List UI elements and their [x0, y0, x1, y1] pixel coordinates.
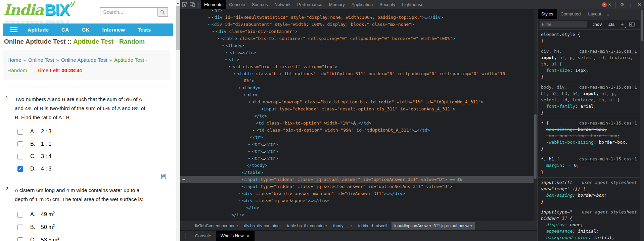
tree-node[interactable]: </tr>	[180, 134, 534, 141]
nav-item-interview[interactable]: Interview	[102, 27, 125, 33]
tree-node[interactable]: </td>	[180, 204, 534, 211]
css-declaration[interactable]: margin: ▸ 0;	[541, 162, 637, 169]
tree-node[interactable]: ▾<tbody>	[180, 84, 534, 91]
breadcrumb-overflow[interactable]: …	[183, 224, 188, 228]
devtools-tab-memory[interactable]: Memory	[326, 0, 348, 9]
tree-node[interactable]: ▾<tbody>	[180, 42, 534, 49]
expand-arrow-closed[interactable]: ▸	[252, 127, 256, 134]
tree-node[interactable]: <td class="bix-td-option" width="1%">A.<…	[180, 119, 534, 127]
nav-item-ca[interactable]: CA	[61, 27, 69, 33]
expand-arrow-closed[interactable]: ▸	[247, 155, 251, 162]
css-declaration[interactable]: background-color: initial;	[541, 234, 637, 241]
css-rule[interactable]: css-res-min-1-15.css:1* {box-sizing: bor…	[538, 118, 640, 154]
option-checkbox[interactable]	[17, 141, 23, 147]
css-declaration[interactable]: -moz-box-sizing: border-box;	[541, 133, 637, 139]
expand-arrow-closed[interactable]: ▸	[207, 14, 211, 21]
breadcrumb-overflow[interactable]: …	[479, 224, 484, 228]
tree-node[interactable]: ▾<tr>	[180, 91, 534, 98]
expand-arrow-closed[interactable]: ▸	[237, 197, 241, 204]
toggle-class-button[interactable]: .cls	[607, 22, 614, 27]
tree-node[interactable]: </tr>	[180, 211, 534, 218]
css-declaration[interactable]: font-family: arial;	[541, 103, 637, 109]
option-checkbox[interactable]	[17, 154, 23, 159]
expand-arrow-closed[interactable]: ▸	[247, 148, 251, 155]
inspect-element-icon[interactable]	[180, 1, 188, 8]
expand-arrow-open[interactable]: ▾	[221, 42, 225, 49]
page-scrollbar[interactable]: ▲	[176, 0, 180, 241]
nav-item-tests[interactable]: Tests	[138, 27, 151, 33]
expand-arrow-open[interactable]: ▾	[242, 91, 246, 98]
expand-arrow-open[interactable]: ▾	[247, 98, 251, 105]
tree-node[interactable]: <hr>	[180, 9, 534, 14]
nav-item-gk[interactable]: GK	[82, 27, 89, 33]
drawer-tab[interactable]: Console	[190, 231, 216, 241]
tree-node[interactable]: ▾<div id="divTabContent" style="width: 1…	[180, 21, 534, 28]
breadcrumb-link[interactable]: Online Test	[28, 57, 54, 63]
elements-scrollbar-thumb[interactable]	[534, 114, 537, 179]
node-menu-icon[interactable]: ⋯	[182, 176, 185, 183]
devtools-tab-console[interactable]: Console	[226, 0, 248, 9]
device-toolbar-icon[interactable]	[188, 1, 196, 8]
stylesheet-link[interactable]: css-res-min-1-15.css:1	[579, 120, 637, 126]
css-rule[interactable]: css-res-min-1-15.css:1*, h1 {margin: ▸ 0…	[538, 154, 640, 178]
pane-layout-icon[interactable]	[629, 22, 635, 27]
css-declaration[interactable]: box-sizing: border-box;	[541, 192, 637, 198]
option-checkbox-checked[interactable]	[17, 166, 23, 172]
tree-node[interactable]: ▾<tr>	[180, 56, 534, 63]
stylesheet-link[interactable]: css-res-min-1-15.css:1	[579, 156, 637, 162]
expand-arrow-open[interactable]: ▾	[207, 21, 211, 28]
css-rule[interactable]: css-res-min-1-15.css:1body, div,h1, h2, …	[538, 82, 640, 118]
dom-crumb[interactable]: table.bix-tbl-container	[287, 224, 327, 228]
tree-node[interactable]: ▾<div class="bix-div-container">	[180, 28, 534, 35]
expand-arrow-open[interactable]: ▾	[224, 56, 228, 63]
drawer-tab[interactable]: What's New✕	[216, 231, 255, 241]
dom-crumb[interactable]: input#optionAnswer_311.jq-actual-answer	[392, 222, 475, 230]
styles-filter-input[interactable]	[540, 21, 587, 28]
css-declaration[interactable]: display: none;	[541, 222, 637, 228]
devtools-tab-security[interactable]: Security	[376, 0, 399, 9]
tree-node[interactable]: 0%">	[180, 77, 534, 84]
tree-node[interactable]: ▸<div id="divResultStatistics" style="di…	[180, 14, 534, 21]
sidebar-tab-layout[interactable]: Layout	[584, 9, 605, 19]
tree-node[interactable]: ▾<td class="bix-td-miscell" valign="top"…	[180, 63, 534, 70]
sidebar-scrollbar[interactable]	[640, 9, 644, 241]
breadcrumb-link[interactable]: Home	[7, 57, 21, 63]
css-declaration[interactable]: appearance: initial;	[541, 228, 637, 234]
expand-arrow-closed[interactable]: ▸	[225, 49, 229, 56]
page-scrollbar-thumb[interactable]	[176, 6, 180, 50]
tree-node[interactable]: ▾<td nowrap="nowrap" class="bix-td-optio…	[180, 98, 534, 105]
dom-crumb[interactable]: divTabContent.mx-none	[194, 224, 238, 228]
breadcrumb-link[interactable]: Online Aptitude Test	[61, 57, 107, 63]
tab-close-icon[interactable]: ✕	[246, 234, 250, 238]
expand-arrow-open[interactable]: ▾	[237, 84, 241, 91]
tree-node[interactable]: ▸<div class="jq-workspace">…</div>	[180, 197, 534, 204]
tree-node[interactable]: ▸<tr>…</tr>	[180, 148, 534, 155]
tree-node[interactable]: ▸<td class="bix-td-option" width="99%" i…	[180, 127, 534, 134]
hamburger-menu-icon[interactable]	[10, 27, 17, 32]
devtools-tab-elements[interactable]: Elements	[201, 0, 226, 9]
scroll-up-arrow[interactable]: ▲	[176, 0, 180, 5]
tree-node[interactable]: ▸<tr>…</tr>	[180, 155, 534, 162]
option-checkbox[interactable]	[17, 225, 23, 230]
dom-crumb[interactable]: tbody	[333, 224, 343, 228]
tree-node-selected[interactable]: ⋯<input type="hidden" class="jq-actual-a…	[180, 176, 534, 183]
stylesheet-link[interactable]: css-res-min-1-15.css:1	[579, 84, 637, 90]
tree-node[interactable]: ▸<div class="bix-div-answer mx-none" id=…	[180, 190, 534, 197]
sidebar-tab-styles[interactable]: Styles	[538, 9, 557, 19]
tree-node[interactable]: </table>	[180, 169, 534, 176]
expand-arrow-open[interactable]: ▾	[211, 28, 215, 35]
dom-crumb[interactable]: td.bix-td-miscell	[358, 224, 387, 228]
sidebar-scrollbar-thumb[interactable]	[641, 10, 643, 41]
settings-gear-icon[interactable]: ⚙	[618, 2, 627, 8]
tree-node[interactable]: </td>	[180, 112, 534, 119]
devtools-tab-performance[interactable]: Performance	[294, 0, 325, 9]
option-checkbox[interactable]	[17, 237, 23, 241]
css-declaration[interactable]: -webkit-box-sizing: border-box;	[541, 139, 637, 145]
css-declaration[interactable]: font-size: 14px;	[541, 67, 637, 74]
expand-value-arrow[interactable]: ▸	[568, 164, 570, 167]
tree-node[interactable]: <input type="hidden" class="jq-selected-…	[180, 183, 534, 190]
search-button[interactable]	[158, 7, 168, 17]
error-count-badge[interactable]: ✕ 3	[602, 2, 611, 7]
devtools-menu-icon[interactable]: ⋮	[627, 2, 635, 8]
sidebar-tab-computed[interactable]: Computed	[557, 9, 584, 19]
